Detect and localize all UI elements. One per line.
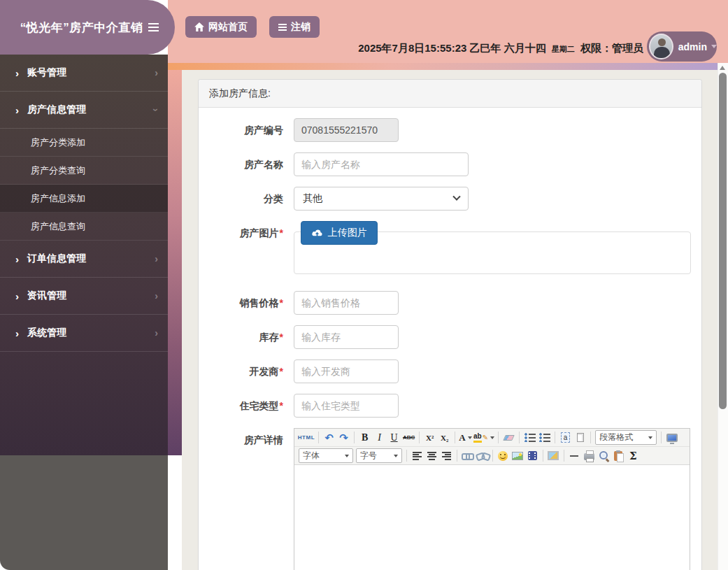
scrollbar-thumb[interactable]: [719, 73, 727, 409]
emoticon-button[interactable]: [497, 448, 510, 463]
sidebar-subitem-category-query[interactable]: 房产分类查询: [0, 157, 168, 185]
weekday-text: 星期二: [552, 45, 575, 53]
paste-button[interactable]: [612, 448, 625, 463]
fullscreen-button[interactable]: [665, 430, 678, 445]
align-right-button[interactable]: [440, 448, 453, 463]
toolbar-separator: [455, 432, 455, 443]
page-title: 添加房产信息:: [209, 87, 271, 100]
magnifier-icon: [599, 450, 609, 461]
unordered-list-button[interactable]: [538, 430, 551, 445]
sidebar-toggle-icon[interactable]: [148, 23, 159, 31]
chevron-right-icon: ›: [155, 290, 158, 301]
sidebar-subitem-category-add[interactable]: 房产分类添加: [0, 129, 168, 157]
subscript-button[interactable]: X₂: [438, 430, 451, 445]
sidebar-subitem-property-query[interactable]: 房产信息查询: [0, 213, 168, 241]
form-row-developer: 开发商*: [210, 359, 690, 383]
insert-media-button[interactable]: [547, 448, 560, 463]
toolbar-separator: [555, 432, 555, 443]
required-asterisk: *: [280, 400, 283, 411]
chevron-right-icon: ›: [15, 327, 19, 339]
username-label: admin: [678, 41, 707, 52]
align-center-icon: [427, 452, 436, 460]
chevron-right-icon: ›: [155, 67, 158, 78]
anchor-button[interactable]: a: [559, 430, 572, 445]
sidebar-item-order-mgmt[interactable]: › 订单信息管理 ›: [0, 241, 168, 278]
category-selected-value: 其他: [303, 192, 322, 205]
search-replace-button[interactable]: [597, 448, 611, 463]
insert-link-button[interactable]: [461, 448, 474, 463]
developer-input[interactable]: [294, 359, 399, 383]
highlight-color-button[interactable]: ab✎: [473, 430, 494, 445]
chevron-down-icon: [711, 45, 717, 48]
chevron-right-icon: ›: [15, 67, 19, 79]
strikethrough-button[interactable]: ABC: [402, 430, 415, 445]
source-code-button[interactable]: HTML: [298, 430, 315, 445]
toolbar-separator: [354, 432, 355, 443]
paragraph-format-dropdown[interactable]: 段落格式: [595, 430, 657, 445]
required-asterisk: *: [280, 297, 283, 308]
toolbar-separator: [492, 450, 493, 462]
editor-content[interactable]: [294, 465, 690, 570]
category-select[interactable]: 其他: [294, 187, 469, 211]
sidebar-subitem-label: 房产分类查询: [31, 164, 85, 177]
undo-button[interactable]: ↶: [322, 430, 336, 445]
form-row-property-image: 房产图片* 上传图片: [210, 221, 690, 274]
toolbar-separator: [543, 450, 543, 462]
residence-type-input[interactable]: [294, 394, 399, 418]
logout-icon: [278, 24, 287, 31]
sidebar-item-account-mgmt[interactable]: › 账号管理 ›: [0, 55, 168, 92]
cloud-upload-icon: [311, 229, 323, 238]
property-number-input[interactable]: [294, 118, 399, 142]
formula-button[interactable]: Σ: [627, 448, 640, 463]
redo-button[interactable]: ↷: [337, 430, 350, 445]
new-page-button[interactable]: [573, 430, 587, 445]
sidebar-item-news-mgmt[interactable]: › 资讯管理 ›: [0, 278, 168, 315]
align-center-button[interactable]: [425, 448, 438, 463]
form-row-residence-type: 住宅类型*: [210, 394, 690, 418]
property-number-label: 房产编号: [210, 118, 283, 142]
horizontal-rule-button[interactable]: [568, 448, 581, 463]
stock-input[interactable]: [294, 325, 399, 349]
upload-image-button[interactable]: 上传图片: [301, 221, 378, 245]
font-size-dropdown[interactable]: 字号: [356, 448, 402, 463]
film-icon: [528, 451, 537, 460]
print-button[interactable]: [583, 448, 596, 463]
sale-price-input[interactable]: [294, 291, 399, 315]
sidebar-accent-band: [168, 70, 182, 455]
underline-button[interactable]: U: [387, 430, 401, 445]
superscript-button[interactable]: X²: [423, 430, 436, 445]
sidebar-item-label: 账号管理: [27, 66, 66, 79]
bold-button[interactable]: B: [358, 430, 371, 445]
site-home-button[interactable]: 网站首页: [185, 16, 257, 38]
logout-button[interactable]: 注销: [269, 16, 320, 38]
font-family-dropdown[interactable]: 字体: [299, 448, 353, 463]
framed-image-icon: [548, 451, 559, 460]
remove-link-button[interactable]: [476, 448, 489, 463]
sidebar-item-label: 房产信息管理: [27, 104, 86, 116]
sidebar-item-property-mgmt[interactable]: › 房产信息管理 ›: [0, 92, 168, 129]
unlink-icon: [476, 452, 488, 459]
chevron-right-icon: ›: [15, 104, 19, 116]
remove-format-button[interactable]: [502, 430, 515, 445]
toolbar-separator: [498, 432, 499, 443]
sidebar-item-system-mgmt[interactable]: › 系统管理 ›: [0, 315, 168, 352]
user-menu[interactable]: admin: [647, 31, 717, 62]
insert-image-button[interactable]: [511, 448, 524, 463]
align-left-button[interactable]: [411, 448, 424, 463]
home-icon: [194, 22, 204, 31]
insert-video-button[interactable]: [526, 448, 539, 463]
property-name-input[interactable]: [294, 152, 469, 176]
image-upload-area: 上传图片: [294, 221, 690, 274]
toolbar-separator: [419, 432, 420, 443]
toolbar-separator: [590, 432, 591, 443]
ordered-list-button[interactable]: [523, 430, 536, 445]
smiley-icon: [498, 451, 508, 461]
italic-button[interactable]: I: [373, 430, 386, 445]
app-window: “悦光年”房产中介直销 网站首页 注销 2025年7月8日15:55:23 乙巳…: [0, 0, 728, 570]
scrollbar-up-arrow[interactable]: [720, 66, 725, 70]
text-color-button[interactable]: A: [459, 430, 472, 445]
horizontal-line-icon: [570, 455, 578, 457]
sidebar-nav: › 账号管理 › › 房产信息管理 › 房产分类添加 房产分类查询 房产信息添加…: [0, 55, 168, 455]
property-image-label: 房产图片*: [210, 221, 283, 245]
sidebar-subitem-property-add[interactable]: 房产信息添加: [0, 185, 168, 213]
